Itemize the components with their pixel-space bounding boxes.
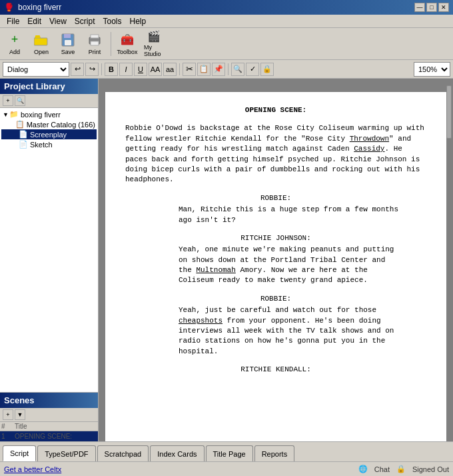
scene-title-1: OPENING SCENE: <box>15 433 97 440</box>
dialog-robbie-1: Man, Ritchie this is a huge step from a … <box>179 205 400 225</box>
menu-tools[interactable]: Tools <box>99 16 126 27</box>
status-bar: Get a better Celtx 🌐 Chat 🔒 Signed Out <box>0 461 453 476</box>
scene-num-1: 1 <box>1 433 15 440</box>
main-toolbar: + Add Open Save Print 🧰 Toolbox 🎬 My Stu… <box>0 28 453 60</box>
undo-button[interactable]: ↩ <box>71 63 84 76</box>
tree-item-master-catalog[interactable]: 📋 Master Catalog (166) <box>1 119 97 129</box>
svg-rect-1 <box>34 38 47 45</box>
tree-item-boxing-fiverr[interactable]: ▼ 📁 boxing fiverr <box>1 109 97 119</box>
menu-view[interactable]: View <box>45 16 71 27</box>
signed-out-text: Signed Out <box>412 465 449 473</box>
style-select[interactable]: Dialog Action Scene Heading Character <box>3 62 69 77</box>
chat-label[interactable]: Chat <box>374 465 390 473</box>
bold-button[interactable]: B <box>105 63 118 76</box>
svg-rect-2 <box>35 35 40 38</box>
dialog-ritchie-johnson: Yeah, one minute we're making peanuts an… <box>179 245 400 286</box>
character-ritchie-johnson: RITCHIE JOHNSON: <box>125 233 426 243</box>
menu-bar: File Edit View Script Tools Help <box>0 15 453 28</box>
signed-out-label: 🔒 <box>396 465 406 473</box>
svg-rect-8 <box>91 41 99 45</box>
sketch-icon: 📄 <box>19 140 28 149</box>
lowercase-button[interactable]: aa <box>163 63 177 76</box>
folder-icon: 📁 <box>9 110 19 119</box>
tab-scratchpad[interactable]: Scratchpad <box>97 445 149 461</box>
menu-help[interactable]: Help <box>126 16 151 27</box>
toolbox-icon: 🧰 <box>120 33 135 47</box>
library-search-btn[interactable]: 🔍 <box>15 95 25 106</box>
script-scroll[interactable]: OPENING SCENE: Robbie O'Dowd is backstag… <box>99 79 453 441</box>
app-icon: 🥊 <box>4 3 14 12</box>
bottom-tabs: Script TypeSet/PDF Scratchpad Index Card… <box>0 441 453 461</box>
add-button[interactable]: + Add <box>3 30 27 58</box>
menu-edit[interactable]: Edit <box>23 16 45 27</box>
col-title-header: Title <box>15 423 97 430</box>
library-toolbar: + 🔍 <box>0 94 98 108</box>
screenplay-icon: 📄 <box>19 130 28 139</box>
col-num-header: # <box>1 423 15 430</box>
toolbox-button[interactable]: 🧰 Toolbox <box>115 30 139 58</box>
add-icon: + <box>7 33 22 47</box>
menu-script[interactable]: Script <box>71 16 99 27</box>
mystudio-button[interactable]: 🎬 My Studio <box>142 30 166 58</box>
spellcheck-button[interactable]: ✓ <box>246 63 259 76</box>
close-button[interactable]: ✕ <box>438 3 449 12</box>
print-button[interactable]: Print <box>83 30 107 58</box>
save-button[interactable]: Save <box>56 30 80 58</box>
zoom-select[interactable]: 150% 100% 125% 200% <box>414 62 450 77</box>
uppercase-button[interactable]: AA <box>149 63 162 76</box>
svg-rect-5 <box>65 40 71 45</box>
tab-title-page[interactable]: Title Page <box>206 445 253 461</box>
project-library-header: Project Library <box>0 79 98 94</box>
tree-item-screenplay[interactable]: 📄 Screenplay <box>1 129 97 139</box>
redo-button[interactable]: ↪ <box>85 63 99 76</box>
open-icon <box>34 33 49 47</box>
italic-button[interactable]: I <box>119 63 133 76</box>
status-right: 🌐 Chat 🔒 Signed Out <box>358 465 449 473</box>
scene-row-1[interactable]: 1 OPENING SCENE: <box>0 431 98 441</box>
catalog-icon: 📋 <box>15 120 25 129</box>
tree-item-sketch[interactable]: 📄 Sketch <box>1 139 97 149</box>
content-area: OPENING SCENE: Robbie O'Dowd is backstag… <box>99 79 453 441</box>
format-sep-2 <box>179 63 180 75</box>
minimize-button[interactable]: — <box>414 3 425 12</box>
tab-script[interactable]: Script <box>3 445 36 461</box>
find-button[interactable]: 🔍 <box>231 63 244 76</box>
toolbar-separator <box>111 32 111 56</box>
action-block-1: Robbie O'Dowd is backstage at the Rose C… <box>125 123 426 185</box>
menu-file[interactable]: File <box>3 16 23 27</box>
library-add-btn[interactable]: + <box>3 95 13 106</box>
scenes-table: # Title 1 OPENING SCENE: <box>0 422 98 441</box>
project-tree: ▼ 📁 boxing fiverr 📋 Master Catalog (166)… <box>0 108 98 392</box>
underline-button[interactable]: U <box>134 63 147 76</box>
tab-typeset-pdf[interactable]: TypeSet/PDF <box>37 445 95 461</box>
cut-button[interactable]: ✂ <box>183 63 196 76</box>
scenes-add-btn[interactable]: + <box>3 409 13 420</box>
format-toolbar: Dialog Action Scene Heading Character ↩ … <box>0 60 453 79</box>
open-button[interactable]: Open <box>29 30 53 58</box>
scenes-filter-btn[interactable]: ▼ <box>15 409 25 420</box>
tab-index-cards[interactable]: Index Cards <box>150 445 204 461</box>
save-icon <box>61 33 75 47</box>
maximize-button[interactable]: □ <box>426 3 437 12</box>
window-title: boxing fiverr <box>18 3 61 12</box>
format-sep-3 <box>228 63 228 75</box>
format-sep-1 <box>101 63 102 75</box>
scenes-table-header: # Title <box>0 422 98 431</box>
title-bar: 🥊 boxing fiverr — □ ✕ <box>0 0 453 15</box>
mystudio-icon: 🎬 <box>147 30 161 43</box>
character-ritchie-kendall: RITCHIE KENDALL: <box>125 365 426 375</box>
scene-heading: OPENING SCENE: <box>125 105 426 115</box>
scenes-panel: Scenes + ▼ # Title 1 OPENING SCENE: <box>0 392 98 441</box>
scroll-thumb[interactable] <box>446 85 452 139</box>
copy-button[interactable]: 📋 <box>197 63 211 76</box>
better-celtx-link[interactable]: Get a better Celtx <box>4 465 61 473</box>
lock-button[interactable]: 🔒 <box>260 63 274 76</box>
character-robbie-1: ROBBIE: <box>125 193 426 203</box>
svg-rect-4 <box>64 34 71 38</box>
print-icon <box>87 33 102 47</box>
script-page: OPENING SCENE: Robbie O'Dowd is backstag… <box>105 92 446 441</box>
dialog-robbie-2: Yeah, just be careful and watch out for … <box>179 305 400 357</box>
paste-button[interactable]: 📌 <box>212 63 225 76</box>
tab-reports[interactable]: Reports <box>254 445 295 461</box>
expand-icon: ▼ <box>3 111 9 118</box>
